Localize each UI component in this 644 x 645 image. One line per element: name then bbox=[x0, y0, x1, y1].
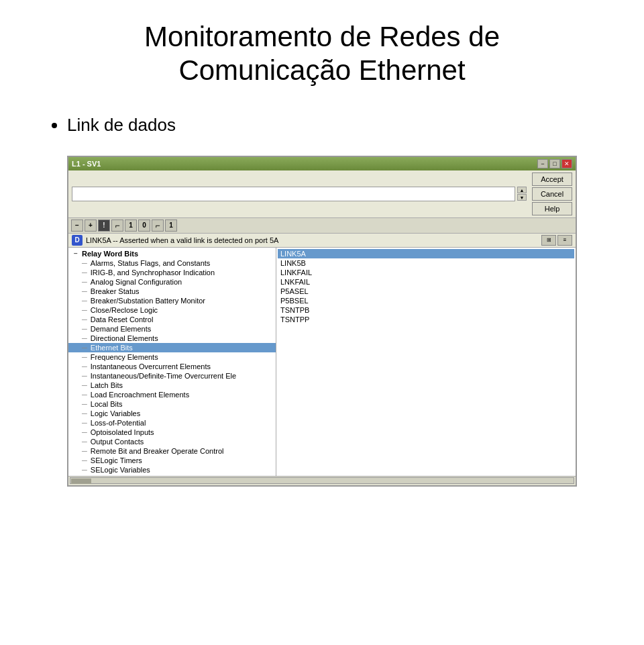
action-buttons: Accept Cancel Help bbox=[532, 172, 572, 215]
tree-item[interactable]: ─Ethernet Bits bbox=[68, 343, 276, 352]
bullet-item-link-dados: Link de dados bbox=[67, 115, 604, 136]
bullet-section: Link de dados bbox=[0, 108, 644, 149]
tree-item-label: Output Contacts bbox=[91, 438, 144, 446]
relay2-icon[interactable]: ⌐ bbox=[152, 219, 164, 232]
tree-item-label: Logic Variables bbox=[91, 409, 140, 417]
tree-root-label: Relay Word Bits bbox=[82, 250, 138, 258]
one-icon[interactable]: 1 bbox=[125, 219, 137, 232]
tree-item[interactable]: ─Alarms, Status Flags, and Constants bbox=[68, 258, 276, 268]
window-controls: − □ ✕ bbox=[537, 159, 572, 168]
right-item-label: TSNTPP bbox=[280, 315, 309, 324]
tree-item[interactable]: ─Loss-of-Potential bbox=[68, 418, 276, 428]
right-panel-item[interactable]: LINK5B bbox=[278, 258, 574, 268]
tree-item[interactable]: ─SELogic Timers bbox=[68, 456, 276, 465]
tree-item-label: Alarms, Status Flags, and Constants bbox=[91, 259, 211, 267]
tree-item[interactable]: ─Breaker Status bbox=[68, 287, 276, 296]
search-input[interactable] bbox=[72, 187, 515, 201]
close-button[interactable]: ✕ bbox=[561, 159, 572, 168]
tree-item-label: SELogic Variables bbox=[91, 466, 150, 474]
tree-item[interactable]: ─Directional Elements bbox=[68, 334, 276, 343]
tree-item[interactable]: ─Logic Variables bbox=[68, 409, 276, 418]
header-section: Monitoramento de Redes de Comunicação Et… bbox=[0, 0, 644, 108]
expand-icon: − bbox=[74, 250, 80, 257]
tree-item-label: Instantaneous Overcurrent Elements bbox=[91, 362, 211, 370]
tree-item-label: Ethernet Bits bbox=[91, 344, 133, 352]
tree-item-label: Analog Signal Configuration bbox=[91, 278, 182, 286]
tree-item-label: Latch Bits bbox=[91, 381, 123, 389]
title-bar: L1 - SV1 − □ ✕ bbox=[68, 157, 576, 170]
tree-item-label: Instantaneous/Definite-Time Overcurrent … bbox=[91, 372, 236, 380]
tree-item[interactable]: ─Instantaneous Overcurrent Elements bbox=[68, 362, 276, 371]
tree-item[interactable]: ─Output Contacts bbox=[68, 437, 276, 446]
right-panel-item[interactable]: TSNTPP bbox=[278, 315, 574, 324]
tree-item[interactable]: ─Close/Reclose Logic bbox=[68, 305, 276, 315]
search-row: ▲ ▼ bbox=[72, 187, 527, 201]
tree-item[interactable]: ─Demand Elements bbox=[68, 324, 276, 334]
tree-item[interactable]: ─Breaker/Substation Battery Monitor bbox=[68, 296, 276, 305]
tree-item-label: Breaker Status bbox=[91, 287, 140, 295]
tree-item-label: Demand Elements bbox=[91, 325, 152, 333]
right-item-label: LNKFAIL bbox=[280, 278, 310, 286]
status-bar: D LINK5A -- Asserted when a valid link i… bbox=[68, 234, 576, 248]
window-title: L1 - SV1 bbox=[72, 160, 101, 168]
tree-item-label: Load Encroachment Elements bbox=[91, 391, 189, 399]
relay1-icon[interactable]: ⌐ bbox=[111, 219, 123, 232]
tree-item[interactable]: ─Load Encroachment Elements bbox=[68, 390, 276, 399]
tree-item-label: Data Reset Control bbox=[91, 315, 154, 324]
minimize-button[interactable]: − bbox=[537, 159, 548, 168]
scroll-down-button[interactable]: ▼ bbox=[517, 194, 527, 201]
tree-item[interactable]: ─Analog Signal Configuration bbox=[68, 277, 276, 287]
maximize-button[interactable]: □ bbox=[549, 159, 560, 168]
tree-item[interactable]: ─Remote Bit and Breaker Operate Control bbox=[68, 446, 276, 456]
horizontal-scroll[interactable] bbox=[70, 477, 574, 484]
right-panel-item[interactable]: P5ASEL bbox=[278, 287, 574, 296]
bottom-scrollbar[interactable] bbox=[68, 476, 576, 485]
tree-item-label: Loss-of-Potential bbox=[91, 419, 146, 427]
tree-item[interactable]: ─Instantaneous/Definite-Time Overcurrent… bbox=[68, 371, 276, 381]
zero-icon[interactable]: 0 bbox=[138, 219, 150, 232]
status-right-icons: ⊞ ≡ bbox=[541, 235, 572, 246]
right-panel-item[interactable]: LINKFAIL bbox=[278, 268, 574, 277]
tree-item[interactable]: ─Data Reset Control bbox=[68, 315, 276, 324]
tree-root[interactable]: − Relay Word Bits bbox=[68, 249, 276, 258]
tree-item[interactable]: ─IRIG-B, and Synchrophasor Indication bbox=[68, 268, 276, 277]
tree-item[interactable]: ─SELogic Variables bbox=[68, 465, 276, 475]
list-icon[interactable]: ≡ bbox=[557, 235, 572, 246]
tree-panel[interactable]: − Relay Word Bits ─Alarms, Status Flags,… bbox=[68, 248, 276, 476]
help-button[interactable]: Help bbox=[532, 202, 572, 215]
accept-button[interactable]: Accept bbox=[532, 172, 572, 186]
right-item-label: P5BSEL bbox=[280, 297, 309, 305]
status-text: LINK5A -- Asserted when a valid link is … bbox=[86, 236, 538, 244]
grid-icon[interactable]: ⊞ bbox=[541, 235, 556, 246]
main-content: − Relay Word Bits ─Alarms, Status Flags,… bbox=[68, 248, 576, 476]
icon-toolbar: − + ! ⌐ 1 0 ⌐ 1 bbox=[68, 218, 576, 234]
tree-item-label: Remote Bit and Breaker Operate Control bbox=[91, 447, 224, 455]
right-panel-item[interactable]: P5BSEL bbox=[278, 296, 574, 305]
tree-item[interactable]: ─Latch Bits bbox=[68, 381, 276, 390]
right-item-label: LINK5A bbox=[280, 250, 306, 258]
tree-item-label: Breaker/Substation Battery Monitor bbox=[91, 297, 205, 305]
minus-icon[interactable]: − bbox=[71, 219, 83, 232]
right-panel-item[interactable]: TSNTPB bbox=[278, 305, 574, 315]
exclaim-icon[interactable]: ! bbox=[98, 219, 110, 232]
right-panel[interactable]: LINK5ALINK5BLINKFAILLNKFAILP5ASELP5BSELT… bbox=[276, 248, 576, 476]
tree-item-label: Local Bits bbox=[91, 400, 123, 408]
tree-item[interactable]: ─Optoisolated Inputs bbox=[68, 428, 276, 437]
toolbar-area: ▲ ▼ Accept Cancel Help bbox=[68, 170, 576, 218]
plus-icon[interactable]: + bbox=[85, 219, 97, 232]
right-item-label: LINK5B bbox=[280, 259, 306, 267]
scroll-up-button[interactable]: ▲ bbox=[517, 187, 527, 193]
right-panel-item[interactable]: LINK5A bbox=[278, 249, 574, 258]
main-title: Monitoramento de Redes de Comunicação Et… bbox=[40, 20, 604, 88]
right-panel-item[interactable]: LNKFAIL bbox=[278, 277, 574, 287]
right-item-label: LINKFAIL bbox=[280, 268, 312, 277]
tree-item[interactable]: ─Local Bits bbox=[68, 399, 276, 409]
one-b-icon[interactable]: 1 bbox=[165, 219, 177, 232]
tree-item-label: SELogic Timers bbox=[91, 456, 142, 464]
scroll-thumb[interactable] bbox=[71, 479, 91, 484]
cancel-button[interactable]: Cancel bbox=[532, 187, 572, 201]
tree-item-label: Optoisolated Inputs bbox=[91, 428, 154, 436]
tree-item[interactable]: ─Frequency Elements bbox=[68, 352, 276, 362]
status-d-icon: D bbox=[72, 235, 83, 246]
application-window: L1 - SV1 − □ ✕ ▲ ▼ Accept Cancel Help − … bbox=[67, 156, 577, 487]
